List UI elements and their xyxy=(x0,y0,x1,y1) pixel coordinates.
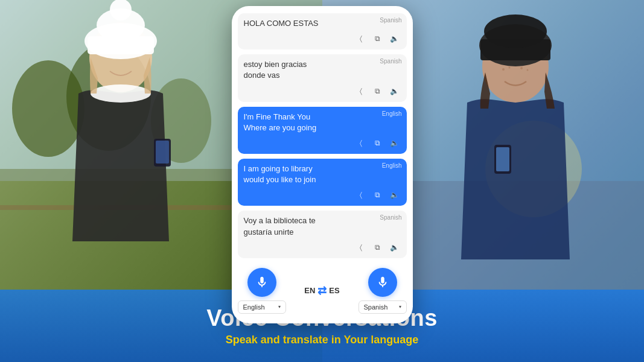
right-lang-arrow-icon: ▾ xyxy=(399,304,401,310)
left-lang-code: EN xyxy=(304,286,315,295)
controls-row: English ▾ EN ⇄ ES Spanish ▾ xyxy=(232,263,413,314)
copy-icon-2[interactable]: ⧉ xyxy=(372,85,384,97)
message-2-lang: Spanish xyxy=(380,58,401,65)
left-lang-label: English xyxy=(243,303,265,311)
copy-icon-3[interactable]: ⧉ xyxy=(372,137,384,149)
banner-subtitle: Speak and translate in Your language xyxy=(226,334,418,346)
message-1-text: HOLA COMO ESTAS xyxy=(244,18,377,29)
svg-rect-26 xyxy=(496,147,509,171)
message-4-text: I am going to librarywould you like to j… xyxy=(244,164,377,185)
right-lang-label: Spanish xyxy=(364,303,388,311)
message-4-lang: English xyxy=(382,162,402,169)
left-mic-icon xyxy=(255,276,269,289)
svg-point-23 xyxy=(520,67,523,69)
svg-rect-13 xyxy=(156,141,169,164)
left-lang-arrow-icon: ▾ xyxy=(278,304,281,310)
message-4: English I am going to librarywould you l… xyxy=(238,159,407,206)
svg-point-20 xyxy=(484,14,547,48)
message-3-text: I'm Fine Thank YouWhere are you going xyxy=(244,112,377,133)
svg-point-22 xyxy=(508,67,510,69)
speaker-icon-5[interactable]: 🔈 xyxy=(389,241,401,253)
right-mic-button[interactable] xyxy=(368,268,397,297)
message-2: Spanish estoy bien graciasdonde vas 〈 ⧉ … xyxy=(238,54,407,101)
right-lang-code: ES xyxy=(329,286,339,295)
message-5-actions: 〈 ⧉ 🔈 xyxy=(244,241,401,253)
message-1: Spanish HOLA COMO ESTAS 〈 ⧉ 🔈 xyxy=(238,13,407,49)
speaker-icon-1[interactable]: 🔈 xyxy=(389,33,401,45)
speaker-icon-2[interactable]: 🔈 xyxy=(389,85,401,97)
copy-icon-4[interactable]: ⧉ xyxy=(372,189,384,201)
right-controls: Spanish ▾ xyxy=(359,268,407,314)
left-controls: English ▾ xyxy=(238,268,286,314)
share-icon-3[interactable]: 〈 xyxy=(355,137,367,149)
message-2-actions: 〈 ⧉ 🔈 xyxy=(244,85,401,97)
share-icon-2[interactable]: 〈 xyxy=(355,85,367,97)
copy-icon-1[interactable]: ⧉ xyxy=(372,33,384,45)
copy-icon-5[interactable]: ⧉ xyxy=(372,241,384,253)
right-mic-icon xyxy=(376,276,389,289)
message-3-actions: 〈 ⧉ 🔈 xyxy=(244,137,401,149)
message-3-lang: English xyxy=(382,110,402,117)
svg-point-21 xyxy=(502,68,505,71)
phone-screen: Spanish HOLA COMO ESTAS 〈 ⧉ 🔈 Spanish es… xyxy=(232,6,413,323)
speaker-icon-3[interactable]: 🔈 xyxy=(389,137,401,149)
speaker-icon-4[interactable]: 🔈 xyxy=(389,189,401,201)
message-5-lang: Spanish xyxy=(380,214,401,221)
chat-area: Spanish HOLA COMO ESTAS 〈 ⧉ 🔈 Spanish es… xyxy=(232,13,413,258)
phone-mockup: Spanish HOLA COMO ESTAS 〈 ⧉ 🔈 Spanish es… xyxy=(232,6,413,323)
share-icon-1[interactable]: 〈 xyxy=(355,33,367,45)
message-4-actions: 〈 ⧉ 🔈 xyxy=(244,189,401,201)
swap-icon[interactable]: ⇄ xyxy=(317,284,327,297)
message-1-actions: 〈 ⧉ 🔈 xyxy=(244,33,401,45)
left-mic-button[interactable] xyxy=(247,268,276,297)
svg-point-24 xyxy=(526,69,528,71)
right-language-dropdown[interactable]: Spanish ▾ xyxy=(359,300,407,314)
message-1-lang: Spanish xyxy=(380,17,401,24)
message-3: English I'm Fine Thank YouWhere are you … xyxy=(238,107,407,154)
language-switch-area: EN ⇄ ES xyxy=(304,284,339,297)
message-5-text: Voy a la biblioteca tegustaría unirte xyxy=(244,215,377,237)
left-language-dropdown[interactable]: English ▾ xyxy=(238,300,286,314)
share-icon-5[interactable]: 〈 xyxy=(355,241,367,253)
message-5: Spanish Voy a la biblioteca tegustaría u… xyxy=(238,211,407,258)
share-icon-4[interactable]: 〈 xyxy=(355,189,367,201)
message-2-text: estoy bien graciasdonde vas xyxy=(244,59,377,81)
svg-point-11 xyxy=(91,84,151,103)
